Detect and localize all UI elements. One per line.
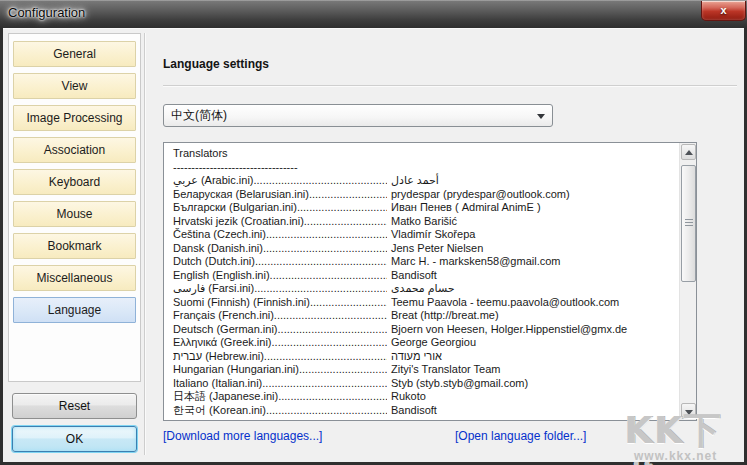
translator-row: Italiano (Italian.ini) .................…: [173, 377, 679, 391]
sidebar-item-miscellaneous[interactable]: Miscellaneous: [13, 265, 136, 291]
sidebar-item-mouse[interactable]: Mouse: [13, 201, 136, 227]
translator-row: Dutch (Dutch.ini) ......................…: [173, 255, 679, 269]
vertical-separator: [144, 33, 145, 455]
translators-list: Translators ----------------------------…: [164, 143, 679, 420]
watermark-url: www.kkx.net: [634, 449, 717, 463]
reset-button[interactable]: Reset: [12, 393, 137, 419]
translator-row: فارسی (Farsi.ini) ......................…: [173, 282, 679, 296]
translator-row: Беларуская (Belarusian.ini) ............…: [173, 188, 679, 202]
heading-separator: [163, 85, 737, 86]
close-button[interactable]: x: [701, 1, 746, 21]
dialog-client-area: General View Image Processing Associatio…: [3, 28, 744, 462]
translator-row: 한국어 (Korean.ini) .......................…: [173, 404, 679, 418]
language-select-value: 中文(简体): [171, 108, 227, 122]
translator-row: Čeština (Czech.ini) ....................…: [173, 228, 679, 242]
sidebar-panel: General View Image Processing Associatio…: [8, 33, 141, 382]
configuration-window: Configuration x General View Image Proce…: [0, 0, 747, 465]
scroll-up-icon: [685, 150, 693, 155]
scrollbar-thumb[interactable]: [681, 165, 696, 282]
page-title: Language settings: [163, 57, 269, 71]
close-icon: x: [720, 4, 726, 16]
translator-row: Français (French.ini) ..................…: [173, 309, 679, 323]
translator-row: Български (Bulgarian.ini) ..............…: [173, 201, 679, 215]
translator-row: Hungarian (Hungarian.ini) ..............…: [173, 363, 679, 377]
scroll-up-button[interactable]: [681, 144, 696, 160]
translator-row: Ελληνικά (Greek.ini) ...................…: [173, 336, 679, 350]
translator-row: Hrvatski jezik (Croatian.ini) ..........…: [173, 215, 679, 229]
translator-row: English (English.ini) ..................…: [173, 269, 679, 283]
download-more-languages-link[interactable]: [Download more languages...]: [163, 429, 322, 443]
sidebar-item-keyboard[interactable]: Keyboard: [13, 169, 136, 195]
window-title: Configuration: [8, 5, 85, 20]
sidebar-item-bookmark[interactable]: Bookmark: [13, 233, 136, 259]
translator-row: Suomi (Finnish) (Finnish.ini) ..........…: [173, 296, 679, 310]
sidebar-item-image-processing[interactable]: Image Processing: [13, 105, 136, 131]
translator-row: عربي (Arabic.ini) ......................…: [173, 174, 679, 188]
scrollbar[interactable]: [679, 143, 696, 420]
translators-header: Translators: [173, 147, 679, 161]
language-select[interactable]: 中文(简体): [163, 104, 553, 127]
chevron-down-icon: [537, 114, 545, 119]
translator-row: Deutsch (German.ini) ...................…: [173, 323, 679, 337]
translators-listbox[interactable]: Translators ----------------------------…: [163, 142, 697, 421]
translator-row: Dansk (Danish.ini) .....................…: [173, 242, 679, 256]
translator-row: 日本語 (Japanese.ini) .....................…: [173, 390, 679, 404]
ok-button[interactable]: OK: [12, 426, 137, 452]
scrollbar-grip-icon: [685, 219, 693, 226]
sidebar-item-view[interactable]: View: [13, 73, 136, 99]
sidebar-item-language[interactable]: Language: [13, 297, 136, 323]
open-language-folder-link[interactable]: [Open language folder...]: [455, 429, 586, 443]
translators-divider: ----------------------------------: [173, 161, 679, 175]
title-bar[interactable]: Configuration x: [0, 0, 747, 28]
sidebar-item-general[interactable]: General: [13, 41, 136, 67]
sidebar-item-association[interactable]: Association: [13, 137, 136, 163]
translator-row: עברית (Hebrew.ini) .....................…: [173, 350, 679, 364]
